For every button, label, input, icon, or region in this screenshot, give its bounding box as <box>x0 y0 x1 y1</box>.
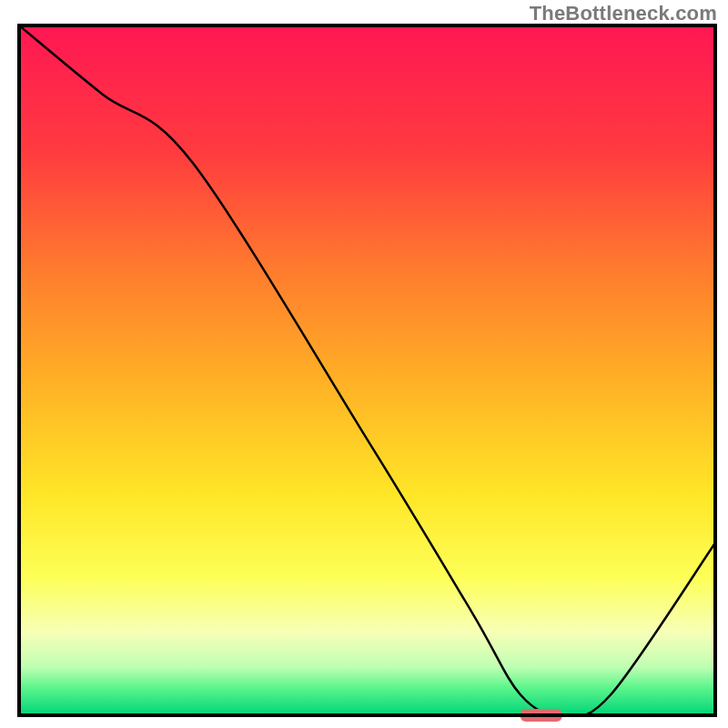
plot-background <box>19 25 715 715</box>
watermark-text: TheBottleneck.com <box>530 2 717 25</box>
bottleneck-chart <box>0 0 728 728</box>
chart-container: { "watermark": "TheBottleneck.com", "cha… <box>0 0 728 728</box>
